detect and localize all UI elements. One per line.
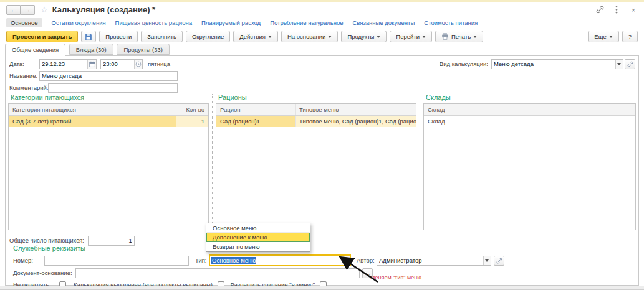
post-and-close-button[interactable]: Провести и закрыть — [6, 31, 78, 42]
close-icon[interactable]: × — [629, 6, 638, 14]
name-row: Название: — [6, 70, 638, 81]
type-value-selected-text: Основное меню — [211, 257, 256, 264]
tab-general-info[interactable]: Общие сведения — [5, 44, 65, 56]
post-button[interactable]: Провести — [99, 31, 138, 42]
rations-panel: Рационы Рацион Типовое меню Сад (рацион)… — [216, 93, 416, 230]
favorite-star-icon[interactable]: ☆ — [41, 5, 48, 14]
total-eaters-field — [88, 236, 135, 246]
typical-menu-cell[interactable]: Типовое меню, Сад (рацион)1, Сад (рацион… — [295, 116, 416, 127]
panel-splitter[interactable] — [416, 93, 423, 230]
number-label: Номер: — [13, 257, 33, 264]
category-cell[interactable]: Сад (3-7 лет) краткий — [9, 116, 176, 127]
back-arrow-icon: ← — [11, 6, 17, 13]
author-dropdown-button[interactable] — [483, 256, 491, 265]
annotation-arrow — [329, 251, 385, 285]
window-bottom-edge — [0, 286, 644, 289]
actions-dropdown-button[interactable]: Действия — [233, 31, 278, 42]
doc-base-input[interactable] — [76, 269, 359, 278]
categories-panel-title: Категории питающихся — [8, 93, 209, 103]
forward-arrow-icon: → — [24, 6, 31, 13]
date-row: Дата: пятница Вид калькуляции: — [6, 59, 638, 69]
table-row[interactable]: Сад (рацион)1 Типовое меню, Сад (рацион)… — [216, 116, 416, 127]
column-header-typical-menu: Типовое меню — [295, 104, 416, 115]
nav-link-nutrition-value[interactable]: Пищевая ценность рациона — [115, 19, 192, 26]
panel-splitter[interactable] — [209, 93, 216, 230]
save-button[interactable] — [81, 31, 96, 42]
date-field — [39, 59, 97, 69]
nav-link-rounding-remainders[interactable]: Остатки округления — [52, 19, 106, 26]
chain-link-icon — [627, 61, 633, 67]
calculation-form-window: ← → ☆ Калькуляция (создание) * × Основно… — [0, 0, 644, 290]
table-row[interactable]: Сад (3-7 лет) краткий 1 — [9, 116, 208, 127]
calc-kind-field — [491, 59, 623, 69]
calc-kind-dropdown-button[interactable] — [615, 60, 623, 69]
tab-products[interactable]: Продукты (33) — [117, 44, 169, 55]
warehouses-grid-header: Склад — [424, 104, 635, 116]
total-eaters-input[interactable] — [89, 236, 134, 245]
author-field — [377, 256, 491, 266]
comment-input[interactable] — [49, 84, 177, 92]
dropdown-caret-icon — [422, 36, 426, 38]
rounding-button[interactable]: Округление — [186, 31, 230, 42]
goto-dropdown-button[interactable]: Перейти — [390, 31, 432, 42]
print-dropdown-button[interactable]: Печать — [435, 31, 483, 42]
more-menu-icon[interactable] — [612, 6, 621, 14]
warehouse-cell[interactable]: Склад — [424, 116, 635, 127]
author-open-button[interactable] — [494, 256, 504, 266]
help-button[interactable]: ? — [622, 31, 638, 42]
calc-kind-input[interactable] — [492, 60, 615, 69]
number-input[interactable] — [45, 256, 188, 265]
menu-item-main-menu[interactable]: Основное меню — [206, 223, 310, 233]
name-input[interactable] — [40, 72, 177, 80]
calendar-button[interactable] — [87, 60, 96, 69]
service-section-title: Служебные реквизиты — [13, 244, 85, 252]
date-label: Дата: — [9, 60, 39, 67]
based-on-dropdown-button[interactable]: На основании — [281, 31, 338, 42]
count-cell[interactable]: 1 — [176, 116, 208, 127]
calc-kind-label: Вид калькуляции: — [440, 60, 488, 67]
nav-link-natural-consumption[interactable]: Потребление натуральное — [270, 19, 343, 26]
date-input[interactable] — [40, 60, 87, 69]
name-label: Название: — [9, 72, 39, 79]
products-dropdown-button[interactable]: Продукты — [341, 31, 387, 42]
nav-item-main[interactable]: Основное — [6, 18, 42, 27]
time-input[interactable] — [101, 60, 134, 69]
comment-label: Комментарий: — [9, 84, 48, 91]
toolbar: Провести и закрыть Провести Заполнить Ок… — [0, 29, 644, 44]
history-back-button[interactable]: ← — [6, 5, 21, 15]
column-header-warehouse: Склад — [424, 104, 635, 115]
menu-item-menu-return[interactable]: Возврат по меню — [206, 242, 310, 251]
nav-link-food-cost[interactable]: Стоимость питания — [424, 19, 478, 26]
type-dropdown-menu: Основное меню Дополнение к меню Возврат … — [206, 223, 310, 252]
clock-icon — [135, 61, 142, 67]
calc-kind-open-button[interactable] — [625, 59, 635, 69]
author-input[interactable] — [377, 256, 483, 265]
page-title: Калькуляция (создание) * — [52, 5, 156, 14]
more-actions-button[interactable]: Еще — [588, 31, 618, 42]
tab-dishes[interactable]: Блюда (30) — [69, 44, 113, 55]
warehouses-panel-title: Склады — [423, 93, 636, 103]
doc-base-label: Документ-основание: — [13, 269, 72, 276]
weekday-label: пятница — [148, 60, 170, 67]
tab-content-general: Дата: пятница Вид калькуляции: — [5, 55, 639, 286]
history-forward-button[interactable]: → — [21, 5, 35, 15]
nav-link-related-documents[interactable]: Связанные документы — [352, 19, 415, 26]
menu-item-menu-addition[interactable]: Дополнение к меню — [206, 233, 310, 242]
doc-base-row: Документ-основание: ... — [6, 268, 638, 278]
fill-button[interactable]: Заполнить — [141, 31, 183, 42]
name-field — [39, 71, 178, 81]
column-header-category: Категория питающихся — [9, 104, 176, 115]
table-row[interactable]: Склад — [424, 116, 635, 127]
categories-grid-header: Категория питающихся Кол-во — [9, 104, 208, 116]
nav-link-planned-expense[interactable]: Планируемый расход — [201, 19, 261, 26]
chain-link-icon — [496, 258, 502, 264]
number-field — [44, 256, 189, 266]
time-button[interactable] — [134, 60, 142, 69]
get-link-icon[interactable] — [595, 6, 604, 14]
dropdown-caret-icon — [377, 36, 380, 38]
ration-cell[interactable]: Сад (рацион)1 — [216, 116, 295, 127]
comment-field — [48, 83, 178, 93]
dropdown-caret-icon — [617, 63, 621, 65]
number-type-author-row: Номер: Тип: Основное меню Автор: — [6, 255, 638, 266]
save-icon — [85, 33, 92, 41]
